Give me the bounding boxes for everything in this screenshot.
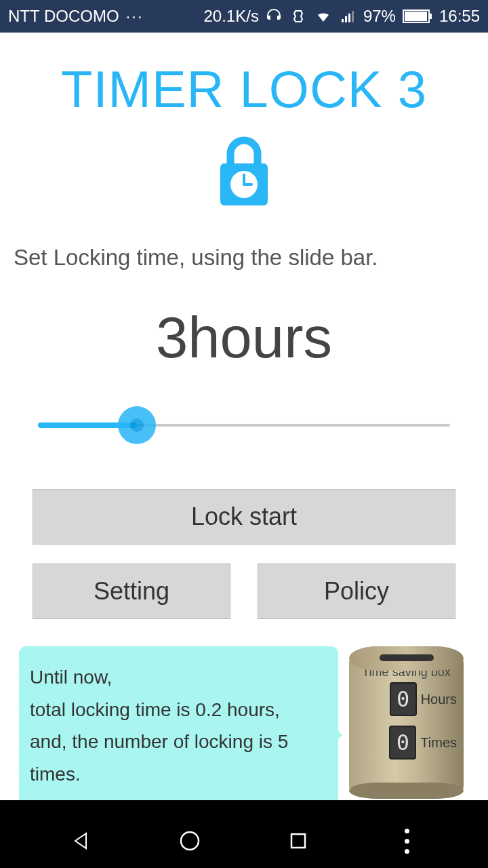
more-dots-icon: ··· [126, 7, 144, 26]
svg-rect-1 [345, 16, 347, 22]
black-bar [0, 800, 488, 814]
carrier-label: NTT DOCOMO [8, 7, 119, 26]
battery-percent: 97% [363, 7, 396, 26]
clock-label: 16:55 [439, 7, 480, 26]
policy-button[interactable]: Policy [258, 564, 455, 619]
hours-unit: Hours [421, 692, 457, 707]
svg-rect-3 [352, 11, 354, 22]
wifi-icon [314, 8, 332, 24]
setting-button[interactable]: Setting [33, 564, 230, 619]
dot-icon [405, 839, 409, 844]
back-triangle-icon [71, 831, 92, 851]
lock-start-button[interactable]: Lock start [33, 489, 455, 545]
home-circle-icon [179, 830, 201, 852]
back-button[interactable] [61, 821, 102, 861]
stats-bubble: Until now, total locking time is 0.2 hou… [19, 646, 338, 805]
app-title: TIMER LOCK 3 [14, 60, 474, 119]
time-saving-box: Time saving box 0 Hours 0 Times [344, 646, 469, 799]
svg-rect-5 [405, 12, 427, 21]
home-button[interactable] [169, 821, 210, 861]
svg-rect-0 [342, 19, 344, 22]
svg-point-11 [181, 832, 199, 850]
status-bar: NTT DOCOMO ··· 20.1K/s 97% 16:55 [0, 0, 488, 33]
hours-digit: 0 [390, 682, 417, 716]
times-digit: 0 [389, 726, 416, 760]
headphones-icon [266, 8, 282, 24]
stats-line3: and, the number of locking is 5 times. [30, 726, 327, 790]
stats-line1: Until now, [30, 661, 327, 694]
lock-clock-icon [214, 135, 274, 210]
slider-thumb[interactable] [118, 406, 156, 444]
network-speed: 20.1K/s [204, 7, 259, 26]
svg-rect-6 [430, 14, 432, 19]
battery-icon [403, 9, 432, 23]
times-unit: Times [420, 735, 457, 751]
stats-line2: total locking time is 0.2 hours, [30, 694, 327, 726]
vibrate-icon [290, 8, 306, 24]
signal-icon [340, 8, 357, 24]
navigation-bar [0, 814, 488, 868]
dot-icon [405, 829, 409, 833]
svg-rect-2 [348, 14, 350, 22]
lock-time-slider[interactable] [38, 405, 450, 446]
time-display: 3hours [14, 304, 474, 371]
instruction-text: Set Locking time, using the slide bar. [14, 245, 474, 271]
menu-button[interactable] [386, 821, 427, 861]
recent-button[interactable] [278, 821, 319, 861]
recent-square-icon [289, 831, 308, 850]
svg-rect-12 [291, 834, 305, 848]
dot-icon [405, 849, 409, 854]
